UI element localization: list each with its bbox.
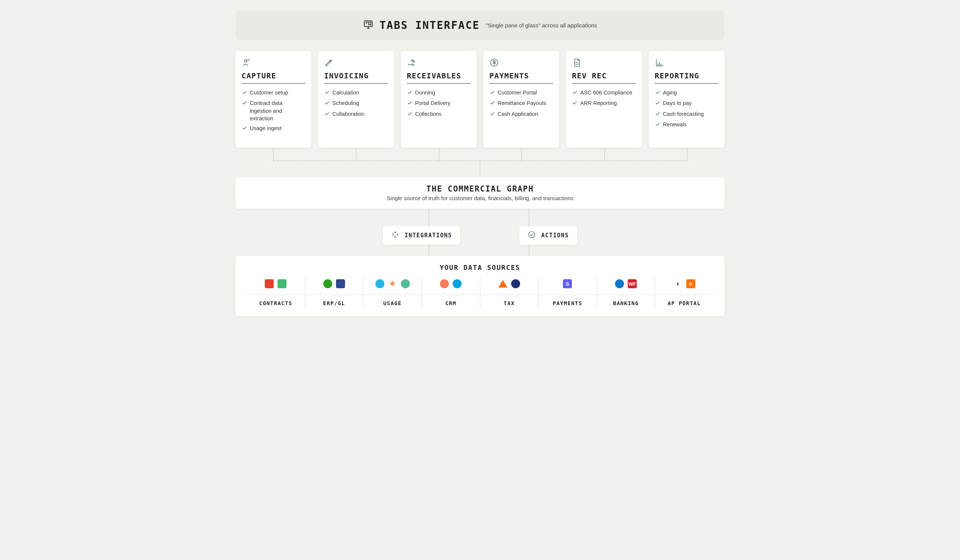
logo-chase	[615, 279, 624, 288]
actions-pill: ACTIONS	[519, 226, 577, 245]
logo-stripe: S	[563, 279, 572, 288]
feature-item: Contract data ingestion and extraction	[242, 99, 305, 122]
feature-card-title: REV REC	[572, 71, 636, 84]
feature-card-title: RECEIVABLES	[407, 71, 470, 84]
commercial-graph-subtitle: Single source of truth for customer data…	[243, 195, 717, 201]
pills-row: INTEGRATIONS ACTIONS	[235, 226, 725, 245]
data-source-logos	[323, 278, 345, 289]
logo-billcom: b	[686, 279, 695, 288]
data-source-label: CONTRACTS	[247, 295, 305, 306]
check-icon	[655, 111, 660, 118]
data-source-label: TAX	[480, 295, 539, 306]
feature-item-text: Collaboration	[332, 110, 364, 118]
person-check-icon	[242, 58, 305, 69]
feature-item-text: Aging	[663, 89, 677, 96]
feature-item-text: Scheduling	[332, 99, 359, 107]
header-banner: TABS INTERFACE "Single pane of glass" ac…	[235, 11, 725, 40]
header-subtitle: "Single pane of glass" across all applic…	[486, 22, 597, 29]
feature-item-text: Dunning	[415, 89, 435, 96]
feature-card-items: DunningPortal DeliveryCollections	[407, 89, 470, 118]
feature-card-reporting: REPORTINGAgingDays to payCash forecastin…	[649, 51, 725, 148]
feature-card-invoicing: INVOICINGCalculationSchedulingCollaborat…	[318, 51, 394, 148]
feature-item: Cash forecasting	[655, 110, 718, 118]
connector-pills-to-sources	[235, 245, 725, 256]
check-icon	[324, 89, 329, 97]
feature-item: Calculation	[324, 89, 388, 97]
data-source-logos	[440, 278, 462, 289]
check-icon	[242, 125, 247, 133]
logo-snowflake	[375, 279, 384, 288]
check-icon	[655, 100, 660, 108]
feature-item-text: ASC 606 Compliance	[580, 89, 632, 96]
feature-item: Customer setup	[242, 89, 305, 97]
feature-card-revrec: REV RECASC 606 ComplianceARR Reporting	[566, 51, 642, 148]
check-icon	[324, 111, 329, 118]
logo-netsuite	[336, 279, 345, 288]
data-sources-row: CONTRACTSERP/GL⁜USAGECRMTAXSPAYMENTSWFBA…	[247, 278, 713, 308]
logo-tableau: ⁜	[388, 279, 397, 288]
feature-item-text: Portal Delivery	[415, 99, 450, 107]
dollar-circle-icon	[490, 58, 553, 69]
feature-card-receivables: RECEIVABLESDunningPortal DeliveryCollect…	[401, 51, 477, 148]
feature-card-items: ASC 606 ComplianceARR Reporting	[572, 89, 636, 108]
data-source-column: WFBANKING	[597, 278, 656, 308]
feature-item-text: Collections	[415, 110, 442, 118]
feature-card-title: PAYMENTS	[490, 71, 553, 84]
feature-item: Dunning	[407, 89, 470, 97]
feature-item: Cash Application	[490, 110, 553, 118]
hand-coins-icon	[407, 58, 470, 69]
feature-item-text: Contract data ingestion and extraction	[250, 99, 305, 122]
feature-item-text: Calculation	[332, 89, 359, 96]
feature-card-title: CAPTURE	[242, 71, 305, 84]
data-source-column: CRM	[422, 278, 480, 308]
commercial-graph-title: THE COMMERCIAL GRAPH	[243, 184, 717, 193]
check-icon	[407, 89, 412, 97]
data-source-column: SPAYMENTS	[539, 278, 597, 308]
feature-item-text: Remittance Payouts	[498, 99, 546, 107]
data-source-logos: tb	[674, 278, 695, 289]
check-icon	[407, 111, 412, 118]
check-icon	[242, 100, 247, 108]
data-source-label: PAYMENTS	[539, 295, 597, 306]
commercial-graph-card: THE COMMERCIAL GRAPH Single source of tr…	[235, 177, 725, 209]
actions-label: ACTIONS	[541, 232, 569, 239]
feature-item: Renewals	[655, 121, 718, 129]
feature-item: Collaboration	[324, 110, 388, 118]
data-source-column: tbAP PORTAL	[655, 278, 713, 308]
logo-pandadoc	[277, 279, 286, 288]
feature-item: Scheduling	[324, 99, 388, 108]
data-source-label: CRM	[422, 295, 480, 306]
connector-graph-to-pills	[235, 209, 725, 226]
logo-dealhub	[265, 279, 274, 288]
logo-anrok	[511, 279, 520, 288]
logo-avalara	[498, 280, 507, 287]
integrations-label: INTEGRATIONS	[405, 232, 452, 239]
check-icon	[242, 89, 247, 97]
feature-item: Collections	[407, 110, 470, 118]
data-source-column: ⁜USAGE	[363, 278, 422, 308]
feature-item-text: Cash forecasting	[663, 110, 704, 118]
feature-item: Days to pay	[655, 99, 718, 108]
integrations-icon	[391, 231, 399, 240]
check-icon	[572, 89, 577, 97]
feature-item-text: Customer setup	[250, 89, 288, 96]
feature-item-text: Days to pay	[663, 99, 692, 107]
feature-card-items: Customer PortalRemittance PayoutsCash Ap…	[490, 89, 553, 118]
feature-cards-row: CAPTURECustomer setupContract data inges…	[235, 51, 725, 148]
check-icon	[490, 100, 494, 108]
data-source-label: AP PORTAL	[655, 295, 713, 306]
logo-hubspot	[440, 279, 449, 288]
header-title: TABS INTERFACE	[379, 19, 480, 32]
feature-card-items: Customer setupContract data ingestion an…	[242, 89, 305, 133]
logo-quickbooks	[323, 279, 332, 288]
feature-card-capture: CAPTURECustomer setupContract data inges…	[235, 51, 311, 148]
data-source-logos: ⁜	[375, 278, 410, 289]
logo-segment	[401, 279, 410, 288]
feature-item-text: Usage ingest	[250, 124, 282, 132]
data-sources-card: YOUR DATA SOURCES CONTRACTSERP/GL⁜USAGEC…	[235, 256, 725, 316]
feature-item: Customer Portal	[490, 89, 553, 97]
connector-cards-to-graph	[273, 148, 687, 177]
check-icon	[572, 100, 577, 108]
pencil-icon	[324, 58, 388, 69]
feature-card-title: INVOICING	[324, 71, 388, 84]
